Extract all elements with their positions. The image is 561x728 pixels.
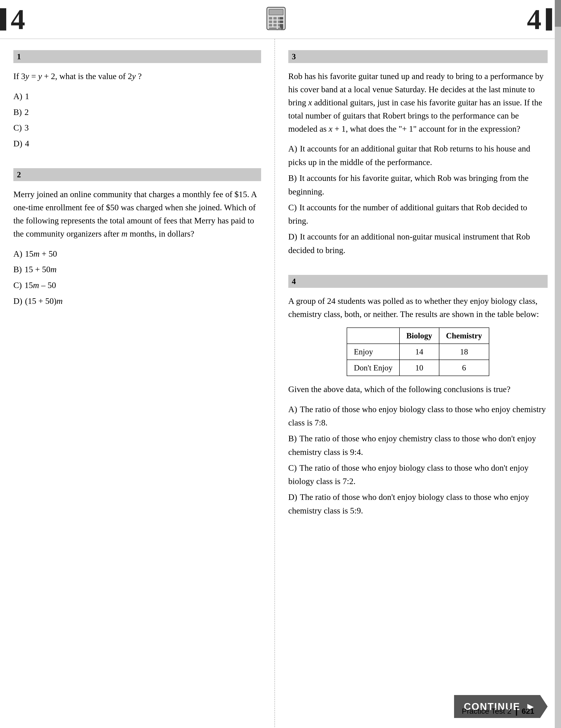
svg-rect-2 [269, 17, 272, 20]
svg-rect-1 [269, 9, 283, 15]
section-number-left: 4 [11, 5, 25, 34]
table-header-biology: Biology [399, 328, 439, 344]
table-header-empty [347, 328, 399, 344]
question-3-text: Rob has his favorite guitar tuned up and… [288, 70, 548, 135]
main-content: 1 If 3y = y + 2, what is the value of 2y… [0, 39, 561, 728]
table-cell-dontenjoy-label: Don't Enjoy [347, 360, 399, 376]
q1-choice-b: B)2 [13, 105, 261, 119]
section-number-right: 4 [527, 5, 541, 34]
question-3-number: 3 [288, 50, 548, 63]
q4-choice-c: C)The ratio of those who enjoy biology c… [288, 461, 548, 488]
question-1: 1 If 3y = y + 2, what is the value of 2y… [13, 50, 261, 150]
table-cell-dontenjoy-biology: 10 [399, 360, 439, 376]
q2-choice-a: A)15m + 50 [13, 247, 261, 261]
svg-rect-5 [280, 17, 283, 20]
question-2-text: Merry joined an online community that ch… [13, 188, 261, 240]
question-4-number: 4 [288, 275, 548, 288]
header-bar-left [0, 8, 6, 31]
biology-chemistry-table: Biology Chemistry Enjoy 14 18 Don't Enjo… [347, 327, 489, 376]
right-column: 3 Rob has his favorite guitar tuned up a… [275, 39, 561, 728]
svg-rect-10 [269, 24, 272, 27]
svg-rect-14 [269, 27, 277, 30]
q3-choice-b: B)It accounts for his favorite guitar, w… [288, 171, 548, 198]
svg-rect-6 [269, 20, 272, 23]
svg-rect-9 [280, 20, 283, 23]
continue-section: CONTINUE ► Practice Test 2 | 621 [454, 695, 548, 722]
table-header-chemistry: Chemistry [439, 328, 489, 344]
svg-rect-11 [273, 24, 277, 27]
left-column: 1 If 3y = y + 2, what is the value of 2y… [0, 39, 275, 728]
q2-choice-c: C)15m – 50 [13, 278, 261, 292]
header-left: 4 [0, 5, 25, 34]
question-1-text: If 3y = y + 2, what is the value of 2y ? [13, 70, 261, 83]
footer-separator: | [515, 706, 518, 716]
footer-page: 621 [522, 707, 534, 715]
q4-choice-a: A)The ratio of those who enjoy biology c… [288, 403, 548, 430]
question-4: 4 A group of 24 students was polled as t… [288, 275, 548, 517]
scrollbar[interactable] [555, 0, 561, 728]
footer-text: Practice Test 2 [462, 707, 511, 715]
svg-rect-3 [273, 17, 277, 20]
question-2: 2 Merry joined an online community that … [13, 168, 261, 308]
q3-choice-d: D)It accounts for an additional non-guit… [288, 230, 548, 257]
q2-choice-b: B)15 + 50m [13, 263, 261, 276]
question-4-follow: Given the above data, which of the follo… [288, 383, 548, 396]
svg-rect-7 [273, 20, 277, 23]
page-header: 4 4 [0, 0, 561, 39]
header-right: 4 [527, 5, 552, 34]
scrollbar-thumb[interactable] [555, 0, 561, 27]
question-3: 3 Rob has his favorite guitar tuned up a… [288, 50, 548, 257]
q1-choice-d: D)4 [13, 137, 261, 150]
table-row-enjoy: Enjoy 14 18 [347, 344, 489, 360]
header-bar-right [546, 8, 552, 31]
calculator-icon [264, 6, 288, 35]
question-1-number: 1 [13, 50, 261, 63]
q3-choice-a: A)It accounts for an additional guitar t… [288, 142, 548, 169]
q1-choice-c: C)3 [13, 121, 261, 135]
table-cell-enjoy-label: Enjoy [347, 344, 399, 360]
table-cell-enjoy-chemistry: 18 [439, 344, 489, 360]
q1-choice-a: A)1 [13, 90, 261, 103]
q4-choice-d: D)The ratio of those who don't enjoy bio… [288, 490, 548, 517]
question-2-number: 2 [13, 168, 261, 181]
table-row-dont-enjoy: Don't Enjoy 10 6 [347, 360, 489, 376]
svg-rect-15 [278, 27, 281, 30]
table-cell-dontenjoy-chemistry: 6 [439, 360, 489, 376]
page-footer: Practice Test 2 | 621 [462, 706, 534, 716]
table-cell-enjoy-biology: 14 [399, 344, 439, 360]
q4-choice-b: B)The ratio of those who enjoy chemistry… [288, 432, 548, 459]
q3-choice-c: C)It accounts for the number of addition… [288, 201, 548, 228]
q2-choice-d: D)(15 + 50)m [13, 294, 261, 308]
question-4-text: A group of 24 students was polled as to … [288, 294, 548, 321]
